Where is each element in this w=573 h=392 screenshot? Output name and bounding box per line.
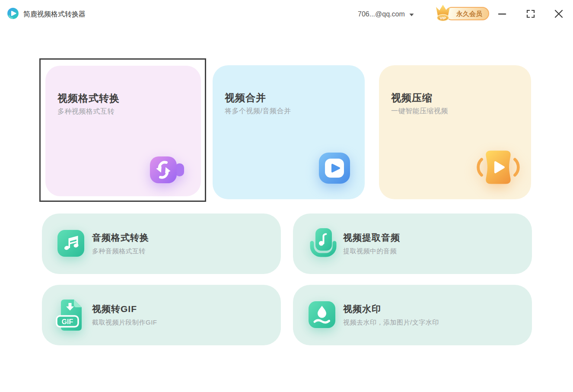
card-audio-format-convert[interactable]: 音频格式转换 多种音频格式互转	[42, 214, 281, 274]
account-email: 706...@qq.com	[358, 10, 405, 18]
maximize-button[interactable]	[524, 7, 538, 21]
card-video-extract-audio[interactable]: 视频提取音频 提取视频中的音频	[293, 214, 532, 274]
minimize-icon	[497, 9, 507, 19]
card-title: 视频提取音频	[343, 232, 400, 244]
microphone-note-icon	[307, 227, 341, 259]
vip-crown-icon: VIP	[433, 3, 453, 22]
card-subtitle: 多种视频格式互转	[57, 107, 115, 116]
card-subtitle: 截取视频片段制作GIF	[92, 319, 157, 327]
card-video-merge[interactable]: 视频合并 将多个视频/音频合并	[213, 65, 365, 199]
water-drop-icon	[309, 301, 335, 328]
video-compress-icon	[477, 149, 520, 185]
svg-text:GIF: GIF	[62, 318, 73, 325]
card-subtitle: 视频去水印，添加图片/文字水印	[343, 319, 439, 327]
gif-file-icon: GIF	[55, 298, 85, 332]
card-video-compress[interactable]: 视频压缩 一键智能压缩视频	[379, 65, 531, 199]
svg-text:VIP: VIP	[440, 16, 446, 20]
app-title: 简鹿视频格式转换器	[23, 10, 86, 19]
card-subtitle: 提取视频中的音频	[343, 247, 397, 255]
video-merge-icon	[319, 153, 350, 184]
card-subtitle: 多种音频格式互转	[92, 247, 146, 255]
account-menu[interactable]: 706...@qq.com	[358, 9, 414, 20]
card-title: 视频转GIF	[92, 303, 137, 315]
maximize-icon	[526, 10, 535, 18]
card-video-format-convert[interactable]: 视频格式转换 多种视频格式互转	[45, 66, 201, 196]
video-convert-icon	[150, 156, 185, 184]
card-subtitle: 一键智能压缩视频	[391, 107, 448, 116]
card-video-watermark[interactable]: 视频水印 视频去水印，添加图片/文字水印	[293, 285, 532, 345]
minimize-button[interactable]	[495, 7, 509, 21]
close-button[interactable]	[552, 7, 566, 21]
card-title: 视频压缩	[391, 91, 433, 105]
close-icon	[554, 9, 564, 19]
card-title: 视频水印	[343, 303, 381, 315]
card-title: 视频格式转换	[57, 92, 120, 105]
chevron-down-icon	[409, 10, 414, 18]
vip-membership-badge[interactable]: 永久会员 VIP	[433, 3, 484, 24]
music-note-icon	[57, 230, 84, 257]
card-title: 视频合并	[225, 91, 266, 105]
card-subtitle: 将多个视频/音频合并	[225, 107, 291, 116]
app-logo-icon	[6, 7, 19, 20]
selected-card-frame: 视频格式转换 多种视频格式互转	[39, 58, 206, 202]
card-video-to-gif[interactable]: GIF 视频转GIF 截取视频片段制作GIF	[42, 285, 281, 345]
card-title: 音频格式转换	[92, 232, 149, 244]
